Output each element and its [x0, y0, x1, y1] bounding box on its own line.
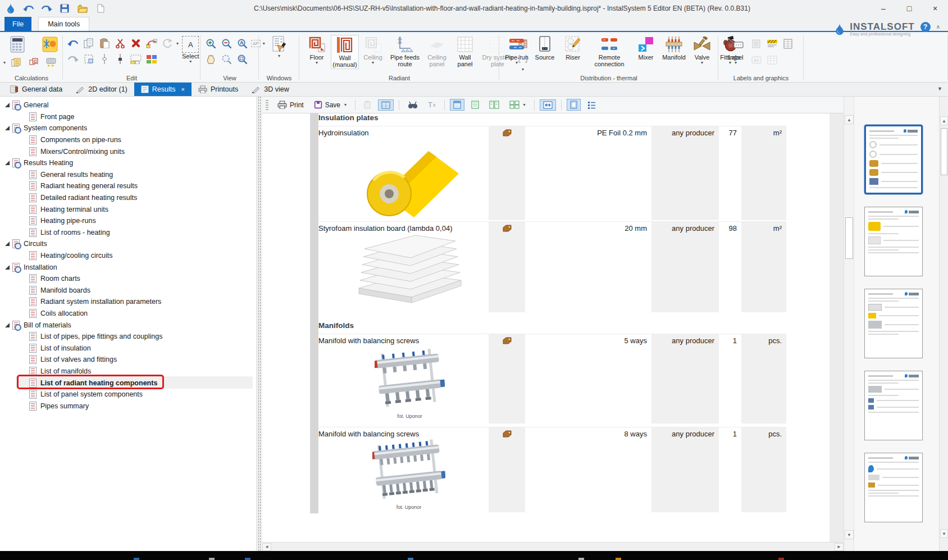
- tab-printouts[interactable]: Printouts: [192, 83, 245, 96]
- ceiling-panel-button[interactable]: Ceiling panel: [423, 35, 451, 68]
- zoom-out-button[interactable]: [220, 37, 233, 50]
- tree-item-radiant-heating-general-results[interactable]: Radiant heating general results: [0, 180, 256, 192]
- page-thumbnail-5[interactable]: [864, 453, 923, 522]
- save-dropdown-arrow[interactable]: ▾: [344, 103, 347, 107]
- tree-item-components-on-pipe-runs[interactable]: Components on pipe-runs: [0, 134, 256, 146]
- page-thumbnail-2[interactable]: [864, 207, 923, 276]
- taskbar-icon[interactable]: [134, 558, 139, 560]
- select-dropdown-arrow[interactable]: ▾: [189, 60, 192, 63]
- view-facing-pages-button[interactable]: [486, 99, 503, 111]
- expander-icon[interactable]: [4, 322, 10, 328]
- tree-item-list-of-panel-system-components[interactable]: List of panel system components: [0, 389, 256, 400]
- valve-button[interactable]: Valve ▾: [688, 35, 716, 65]
- manifold-button[interactable]: Manifold: [660, 35, 688, 61]
- rotate-90-button[interactable]: [161, 37, 174, 50]
- copy-button[interactable]: [82, 37, 95, 50]
- bom-row-manifold-8-ways[interactable]: Manifold with balancing screws 8 ways an…: [318, 427, 786, 512]
- undo-button[interactable]: [22, 2, 35, 15]
- view-single-page-button[interactable]: [450, 99, 464, 111]
- thumbnails-scrollbar[interactable]: ▲ ▼: [939, 97, 948, 551]
- scroll-right-button[interactable]: ►: [835, 543, 844, 551]
- file-menu-button[interactable]: File: [4, 17, 31, 31]
- mixer-button[interactable]: Mixer: [632, 35, 660, 61]
- scroll-up-button[interactable]: ▲: [845, 115, 854, 124]
- tree-item-coils-allocation[interactable]: Coils allocation: [0, 308, 256, 320]
- insert-node-button[interactable]: [113, 52, 127, 66]
- tree-item-room-charts[interactable]: Room charts: [0, 273, 256, 285]
- source-button[interactable]: Source: [531, 35, 559, 61]
- bom-row-manifold-5-ways[interactable]: Manifold with balancing screws 5 ways an…: [318, 334, 786, 424]
- tree-item-heating-terminal-units[interactable]: Heating terminal units: [0, 203, 256, 215]
- taskbar-icon[interactable]: [408, 558, 413, 560]
- radiant-floor-button[interactable]: Floor ▾: [303, 35, 331, 65]
- paper-format-button[interactable]: A3: [750, 53, 763, 67]
- tree-item-list-of-pipes-fittings-couplings[interactable]: List of pipes, pipe fittings and couplin…: [0, 331, 256, 343]
- tree-item-heating-pipe-runs[interactable]: Heating pipe-runs: [0, 215, 256, 227]
- tab-results-close-icon[interactable]: ×: [181, 86, 184, 93]
- scroll-down-button[interactable]: ▼: [845, 530, 854, 539]
- tree-item-installation[interactable]: Installation: [0, 261, 256, 273]
- page-thumbnail-4[interactable]: [864, 371, 923, 440]
- scale-drawing-button[interactable]: [129, 52, 143, 66]
- thumbnails-scroll-up-button[interactable]: ▲: [940, 116, 948, 125]
- label-dropdown-arrow[interactable]: ▾: [735, 61, 737, 65]
- zoom-window-button[interactable]: [235, 52, 249, 66]
- select-button[interactable]: A Select ▾: [182, 35, 199, 63]
- copy-report-button[interactable]: [361, 99, 375, 111]
- document-horizontal-scrollbar[interactable]: ◄ ►: [262, 542, 844, 551]
- page-thumbnail-1[interactable]: [864, 125, 923, 194]
- open-file-button[interactable]: [76, 2, 89, 15]
- heating-cooling-options-button[interactable]: [36, 35, 64, 54]
- taskbar-icon[interactable]: [578, 558, 584, 560]
- expander-icon[interactable]: [4, 102, 10, 108]
- close-button[interactable]: ×: [922, 1, 948, 16]
- calculation-sheets-button[interactable]: [10, 56, 23, 69]
- view-multiple-dropdown-arrow[interactable]: ▾: [523, 103, 526, 107]
- taskbar-icon[interactable]: [778, 558, 784, 560]
- expander-icon[interactable]: [4, 160, 10, 166]
- tree-item-results-heating[interactable]: Results Heating: [0, 157, 256, 169]
- taskbar-icon[interactable]: [245, 558, 250, 560]
- bom-row-styrofoam-board[interactable]: Styrofoam insulation board (lambda 0,04)…: [318, 221, 786, 312]
- pipe-run-dropdown-arrow[interactable]: ▾: [516, 61, 518, 65]
- tree-item-general[interactable]: General: [0, 99, 256, 111]
- expander-icon[interactable]: [4, 265, 10, 270]
- thumbnails-scroll-down-button[interactable]: ▼: [940, 529, 948, 538]
- save-button[interactable]: [58, 2, 71, 15]
- table-settings-button[interactable]: [378, 99, 394, 111]
- note-label-button[interactable]: [750, 37, 763, 51]
- tree-item-list-of-insulation[interactable]: List of insulation: [0, 342, 256, 354]
- tree-item-mixers-control[interactable]: Mixers/Control/mixing units: [0, 145, 256, 157]
- taskbar-icon[interactable]: [616, 558, 621, 560]
- drawing-table-button[interactable]: [765, 53, 779, 67]
- zoom-in-button[interactable]: [204, 37, 217, 50]
- new-document-button[interactable]: [94, 2, 107, 15]
- scroll-left-button[interactable]: ◄: [262, 543, 271, 551]
- calculations-button[interactable]: [3, 35, 31, 54]
- undo-edit-button[interactable]: [66, 37, 80, 50]
- windows-button[interactable]: ▾: [265, 35, 293, 58]
- select-region-button[interactable]: [82, 52, 95, 66]
- save-report-button[interactable]: Save ▾: [311, 99, 350, 111]
- page-thumbnail-3[interactable]: [864, 289, 923, 358]
- riser-button[interactable]: Riser: [559, 35, 587, 61]
- split-node-button[interactable]: [98, 52, 111, 66]
- tree-item-detailed-radiant-heating-results[interactable]: Detailed radiant heating results: [0, 192, 256, 204]
- floor-dropdown-arrow[interactable]: ▾: [316, 61, 318, 65]
- windows-dropdown-arrow[interactable]: ▾: [278, 54, 280, 58]
- scrollbar-thumb[interactable]: [845, 217, 853, 259]
- tab-main-tools[interactable]: Main tools: [38, 17, 89, 31]
- remote-connection-button[interactable]: Remote connection: [587, 35, 632, 68]
- delete-button[interactable]: [129, 37, 143, 50]
- pipe-feeds-route-button[interactable]: Pipe feeds route: [387, 35, 423, 68]
- cut-button[interactable]: [113, 37, 127, 50]
- tree-item-bill-of-materials[interactable]: Bill of materials: [0, 319, 256, 331]
- tree-item-list-of-manifolds[interactable]: List of manifolds: [0, 366, 256, 377]
- tree-item-circuits[interactable]: Circuits: [0, 238, 256, 250]
- redo-button[interactable]: [40, 2, 53, 15]
- move-node-button[interactable]: [145, 37, 158, 50]
- edit-more-dropdown-arrow[interactable]: ▾: [176, 42, 179, 45]
- tab-3d-view[interactable]: 3D view: [245, 83, 295, 96]
- zoom-all-button[interactable]: A: [235, 37, 249, 50]
- toolbar-grip[interactable]: [266, 100, 268, 110]
